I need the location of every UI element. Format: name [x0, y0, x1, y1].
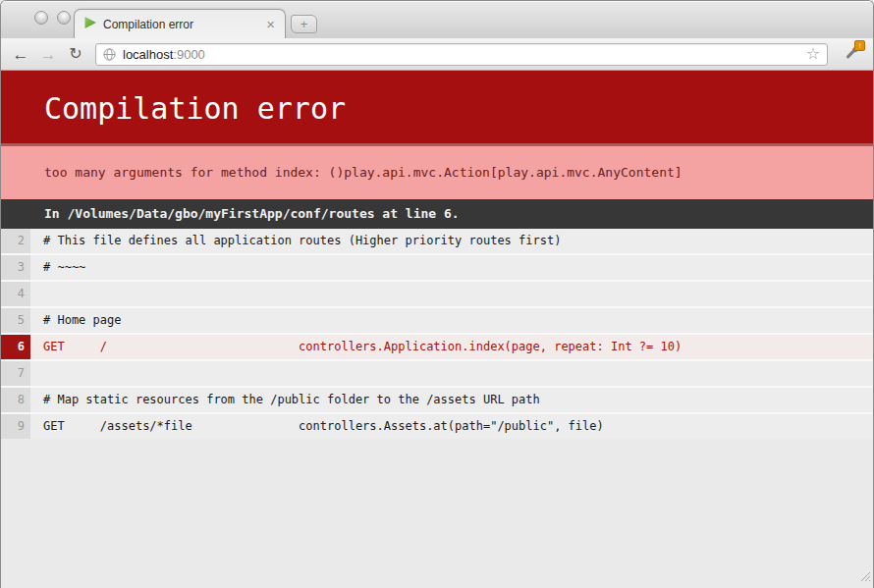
tab-strip: Compilation error × + — [1, 1, 873, 38]
line-number: 2 — [1, 229, 30, 253]
code-line: 2 # This file defines all application ro… — [1, 229, 873, 253]
window-close-button[interactable] — [34, 11, 48, 25]
resize-grip-icon[interactable] — [858, 568, 871, 586]
navigation-toolbar: ← → ↻ localhost :9000 ☆ ↑ — [1, 38, 873, 71]
line-text: GET /assets/*file controllers.Assets.at(… — [30, 414, 873, 439]
url-host: localhost — [123, 47, 173, 62]
back-icon[interactable]: ← — [9, 46, 32, 63]
wrench-menu-button[interactable]: ↑ — [838, 42, 865, 66]
error-message: too many arguments for method index: ()p… — [1, 146, 873, 199]
line-text — [30, 361, 873, 386]
line-text: # ~~~~ — [30, 255, 873, 280]
address-bar[interactable]: localhost :9000 ☆ — [95, 43, 828, 66]
url-port: :9000 — [173, 47, 205, 62]
update-badge-icon: ↑ — [854, 40, 865, 51]
line-number: 7 — [1, 361, 30, 386]
code-line: 4 — [1, 282, 873, 306]
window-minimize-button[interactable] — [57, 11, 71, 25]
code-line: 8 # Map static resources from the /publi… — [1, 388, 873, 412]
line-number: 5 — [1, 308, 30, 333]
line-number: 8 — [1, 388, 30, 412]
code-listing: 2 # This file defines all application ro… — [1, 229, 873, 439]
code-line: 6 GET / controllers.Application.index(pa… — [1, 335, 873, 359]
browser-window: Compilation error × + ← → ↻ localhost :9… — [0, 0, 874, 588]
error-location: In /Volumes/Data/gbo/myFirstApp/conf/rou… — [1, 199, 873, 229]
tab-close-icon[interactable]: × — [265, 17, 276, 31]
code-line: 7 — [1, 361, 873, 386]
play-framework-icon — [83, 16, 97, 33]
error-header: Compilation error — [1, 71, 873, 146]
line-text: GET / controllers.Application.index(page… — [30, 335, 873, 359]
tab-title: Compilation error — [103, 18, 265, 31]
line-number: 6 — [1, 335, 30, 359]
line-text — [30, 282, 873, 306]
line-number: 3 — [1, 255, 30, 280]
new-tab-button[interactable]: + — [291, 15, 317, 33]
line-text: # Home page — [30, 308, 873, 333]
line-number: 9 — [1, 414, 30, 439]
line-text: # This file defines all application rout… — [30, 229, 873, 253]
forward-icon: → — [36, 46, 60, 63]
error-title: Compilation error — [44, 94, 873, 124]
globe-icon — [103, 48, 116, 61]
code-line: 5 # Home page — [1, 308, 873, 333]
code-line: 3 # ~~~~ — [1, 255, 873, 280]
bookmark-star-icon[interactable]: ☆ — [806, 46, 820, 62]
line-text: # Map static resources from the /public … — [30, 388, 873, 412]
line-number: 4 — [1, 282, 30, 306]
reload-icon[interactable]: ↻ — [64, 46, 87, 62]
code-line: 9 GET /assets/*file controllers.Assets.a… — [1, 414, 873, 439]
browser-tab[interactable]: Compilation error × — [74, 9, 286, 38]
